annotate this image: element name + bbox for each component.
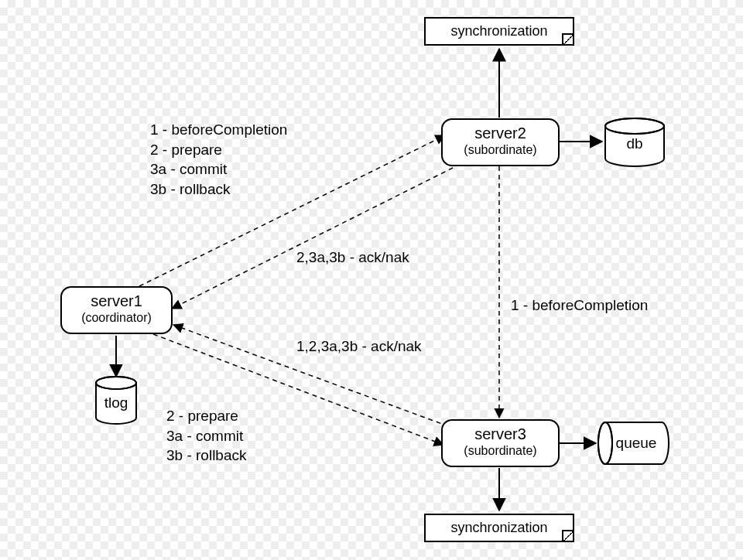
label-s3-s1-ack: 1,2,3a,3b - ack/nak [296,336,422,357]
server2-node: server2 (subordinate) [441,118,560,166]
label-s1-s2: 1 - beforeCompletion 2 - prepare 3a - co… [150,120,287,200]
db-label: db [625,135,645,152]
server2-sub: (subordinate) [446,143,555,157]
sync-note-bottom-label: synchronization [450,520,547,535]
server3-title: server3 [446,425,555,442]
diagram-svg [0,0,743,560]
label-s1-s3-cmds: 2 - prepare 3a - commit 3b - rollback [166,406,247,466]
server3-node: server3 (subordinate) [441,419,560,467]
sync-note-top: synchronization [424,17,574,46]
server1-sub: (coordinator) [65,311,168,325]
queue-label: queue [613,435,659,452]
sync-note-bottom: synchronization [424,514,574,542]
server3-sub: (subordinate) [446,444,555,458]
label-s2-s1: 2,3a,3b - ack/nak [296,248,409,268]
server2-title: server2 [446,125,555,142]
sync-note-top-label: synchronization [450,23,547,39]
server1-title: server1 [65,292,168,309]
server1-node: server1 (coordinator) [60,286,173,334]
tlog-label: tlog [102,394,130,411]
label-s2-s3: 1 - beforeCompletion [511,295,648,316]
